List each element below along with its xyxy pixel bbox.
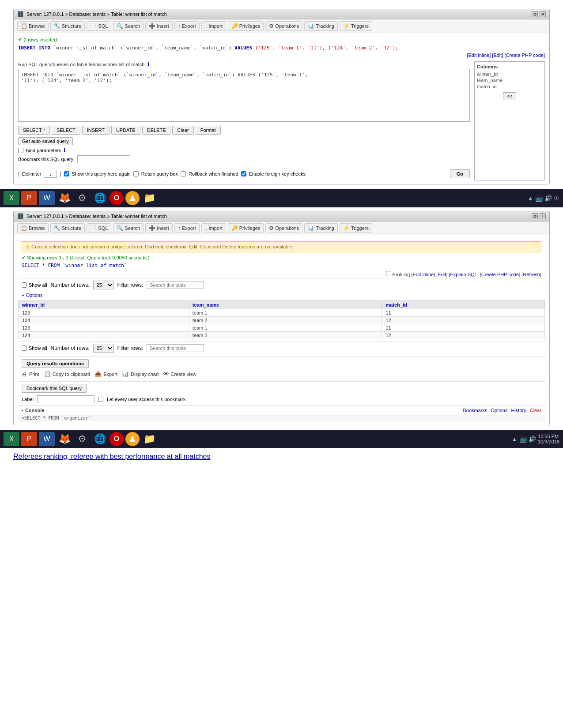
taskbar2-phpmyadmin[interactable]: ♟ bbox=[125, 432, 140, 446]
col-header-winner-id[interactable]: winner_id bbox=[19, 301, 189, 309]
show-query-checkbox[interactable] bbox=[64, 171, 69, 176]
insert-btn[interactable]: ➕Insert bbox=[145, 21, 173, 31]
retain-query-checkbox[interactable] bbox=[133, 171, 139, 176]
bookmark-input-top[interactable] bbox=[77, 155, 130, 163]
export-btn[interactable]: ↑Export bbox=[174, 21, 200, 31]
taskbar2-word[interactable]: W bbox=[39, 432, 55, 446]
query-results-btn[interactable]: Query results operations bbox=[22, 359, 89, 368]
col-team-name: team_name bbox=[477, 77, 542, 83]
bottom-insert-btn[interactable]: ➕Insert bbox=[145, 223, 173, 233]
taskbar2-firefox[interactable]: 🦊 bbox=[57, 432, 72, 446]
bottom-import-btn[interactable]: ↓Import bbox=[201, 223, 226, 233]
delete-btn[interactable]: DELETE bbox=[142, 126, 171, 135]
footer-link[interactable]: Referees ranking, referee with best perf… bbox=[13, 453, 550, 461]
options-link[interactable]: Options bbox=[491, 408, 508, 413]
auto-saved-btn[interactable]: Get auto-saved query bbox=[18, 137, 73, 145]
structure-btn[interactable]: 🔧Structure bbox=[50, 21, 85, 31]
bottom-close-btn[interactable]: ↑ bbox=[540, 213, 546, 219]
taskbar2-gear[interactable]: ⚙ bbox=[74, 432, 90, 446]
search-btn-top[interactable]: 🔍Search bbox=[113, 21, 144, 31]
select-sql-link[interactable]: SELECT * FROM `winner list of match` bbox=[22, 263, 127, 268]
bottom-sql-btn[interactable]: 📄SQL bbox=[87, 223, 111, 233]
triggers-btn-top[interactable]: ⚡Triggers bbox=[340, 21, 372, 31]
col-winner-id: winner_id bbox=[477, 71, 542, 77]
refresh-link[interactable]: Refresh bbox=[523, 272, 540, 277]
edit-inline-link-bottom[interactable]: Edit inline bbox=[412, 272, 434, 277]
taskbar2-filezilla[interactable]: 📁 bbox=[141, 432, 157, 446]
create-view-action[interactable]: 👁 Create view bbox=[163, 371, 196, 377]
bottom-operations-btn[interactable]: ⚙Operations bbox=[265, 223, 302, 233]
taskbar2-opera[interactable]: O bbox=[110, 432, 124, 446]
delimiter-input[interactable] bbox=[44, 170, 57, 178]
display-chart-action[interactable]: 📊 Display chart bbox=[122, 371, 159, 377]
minimize-btn[interactable]: ⚙ bbox=[532, 11, 538, 17]
show-all-checkbox-bottom[interactable] bbox=[22, 345, 27, 351]
edit-link-bottom[interactable]: Edit bbox=[438, 272, 446, 277]
foreign-key-checkbox[interactable] bbox=[241, 171, 246, 176]
history-link[interactable]: History bbox=[511, 408, 526, 413]
taskbar2-excel[interactable]: X bbox=[4, 432, 19, 446]
create-php-link[interactable]: Create PHP code bbox=[506, 53, 544, 58]
filter-input-bottom[interactable] bbox=[147, 344, 204, 352]
bottom-search-btn[interactable]: 🔍Search bbox=[113, 223, 144, 233]
taskbar-excel[interactable]: X bbox=[4, 191, 19, 205]
taskbar-filezilla[interactable]: 📁 bbox=[141, 191, 157, 205]
bind-params-checkbox[interactable] bbox=[18, 148, 23, 153]
bottom-structure-btn[interactable]: 🔧Structure bbox=[50, 223, 85, 233]
taskbar-firefox[interactable]: 🦊 bbox=[57, 191, 72, 205]
browse-btn[interactable]: 📋Browse bbox=[17, 21, 49, 31]
bookmark-label-input[interactable] bbox=[37, 395, 94, 403]
privileges-btn[interactable]: 🔑Privileges bbox=[228, 21, 264, 31]
rows-select[interactable]: 25 50 100 bbox=[93, 281, 114, 289]
bottom-browse-btn[interactable]: 📋Browse bbox=[17, 223, 49, 233]
sql-query-textarea[interactable]: INSERT INTO `winner list of match` (`win… bbox=[18, 69, 470, 122]
explain-sql-link[interactable]: Explain SQL bbox=[450, 272, 477, 277]
cell-team-name-1: team 1 bbox=[189, 309, 382, 317]
taskbar2-chrome[interactable]: 🌐 bbox=[92, 432, 108, 446]
operations-btn-top[interactable]: ⚙Operations bbox=[265, 21, 302, 31]
taskbar2-powerpoint[interactable]: P bbox=[21, 432, 37, 446]
taskbar-chrome[interactable]: 🌐 bbox=[92, 191, 108, 205]
print-action[interactable]: 🖨 Print bbox=[22, 371, 39, 377]
show-all-checkbox[interactable] bbox=[22, 282, 27, 288]
bookmarks-link[interactable]: Bookmarks bbox=[463, 408, 487, 413]
collapse-btn[interactable]: << bbox=[503, 92, 517, 100]
taskbar-phpmyadmin[interactable]: ♟ bbox=[125, 191, 140, 205]
sql-btn[interactable]: 📄SQL bbox=[87, 21, 111, 31]
edit-inline-link[interactable]: Edit inline bbox=[469, 53, 490, 58]
filter-input-top[interactable] bbox=[147, 281, 204, 289]
edit-link[interactable]: Edit bbox=[493, 53, 502, 58]
copy-clipboard-action[interactable]: 📋 Copy to clipboard bbox=[44, 371, 91, 377]
col-header-team-name[interactable]: team_name bbox=[189, 301, 382, 309]
taskbar-opera[interactable]: O bbox=[110, 191, 124, 205]
options-toggle[interactable]: + Options bbox=[18, 292, 545, 299]
export-action[interactable]: 📤 Export bbox=[94, 371, 117, 377]
select-btn[interactable]: SELECT bbox=[52, 126, 80, 135]
profiling-checkbox[interactable] bbox=[386, 271, 391, 276]
taskbar-gear[interactable]: ⚙ bbox=[74, 191, 90, 205]
clear-link[interactable]: Clear bbox=[530, 408, 541, 413]
rollback-checkbox[interactable] bbox=[181, 171, 186, 176]
import-btn[interactable]: ↓Import bbox=[201, 21, 226, 31]
bottom-tracking-btn[interactable]: 📊Tracking bbox=[304, 223, 338, 233]
every-user-checkbox[interactable] bbox=[98, 397, 103, 402]
close-btn[interactable]: ✕ bbox=[540, 11, 546, 17]
bottom-privileges-btn[interactable]: 🔑Privileges bbox=[228, 223, 264, 233]
bottom-minimize-btn[interactable]: ⚙ bbox=[532, 213, 538, 219]
insert-sql-btn[interactable]: INSERT bbox=[82, 126, 110, 135]
executed-sql: INSERT INTO `winner list of match` (`win… bbox=[18, 45, 545, 51]
bottom-triggers-btn[interactable]: ⚡Triggers bbox=[340, 223, 372, 233]
go-button-top[interactable]: Go bbox=[450, 169, 470, 178]
clear-sql-btn[interactable]: Clear bbox=[172, 126, 193, 135]
format-btn[interactable]: Format bbox=[196, 126, 221, 135]
col-header-match-id[interactable]: match_id bbox=[382, 301, 545, 309]
create-php-link-bottom[interactable]: Create PHP code bbox=[481, 272, 519, 277]
taskbar-powerpoint[interactable]: P bbox=[21, 191, 37, 205]
tracking-btn-top[interactable]: 📊Tracking bbox=[304, 21, 338, 31]
bookmark-sql-btn[interactable]: Bookmark this SQL query bbox=[22, 384, 87, 393]
taskbar-word[interactable]: W bbox=[39, 191, 55, 205]
rows-select-bottom[interactable]: 25 50 100 bbox=[93, 344, 114, 353]
update-btn[interactable]: UPDATE bbox=[111, 126, 140, 135]
bottom-export-btn[interactable]: ↑Export bbox=[174, 223, 200, 233]
select-star-btn[interactable]: SELECT * bbox=[18, 126, 50, 135]
